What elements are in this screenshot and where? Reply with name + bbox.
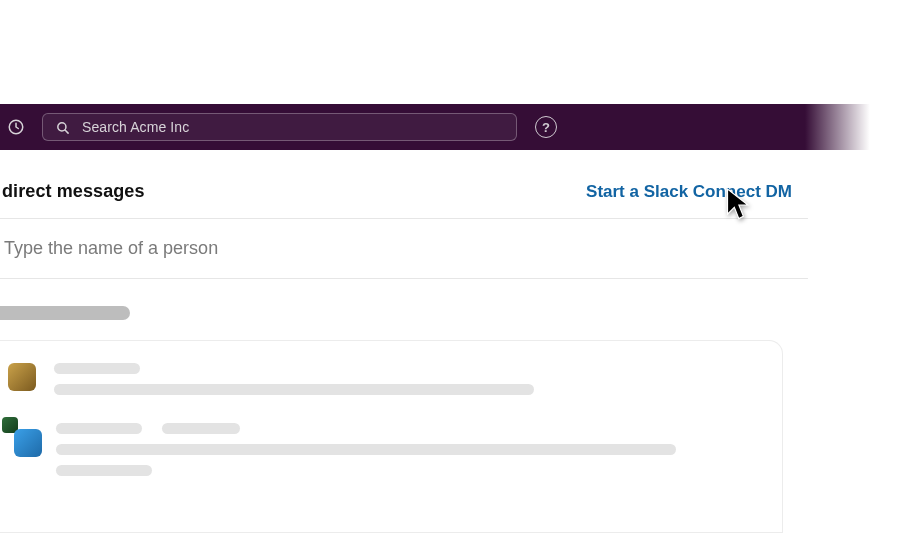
recipient-row — [0, 219, 808, 279]
page-title: direct messages — [2, 181, 145, 202]
conversation-preview — [56, 423, 756, 476]
conversation-avatar — [8, 363, 40, 395]
user-avatar[interactable] — [873, 112, 903, 142]
section-label-skeleton — [0, 306, 130, 320]
right-gradient-overlay — [805, 104, 923, 533]
recipient-input[interactable] — [4, 238, 804, 259]
start-slack-connect-dm-link[interactable]: Start a Slack Connect DM — [586, 182, 792, 202]
recent-conversations-card — [0, 340, 783, 533]
name-skeleton — [54, 363, 140, 374]
search-icon — [55, 120, 70, 135]
message-skeleton — [56, 444, 676, 455]
global-search[interactable]: Search Acme Inc — [42, 113, 517, 141]
conversation-row[interactable] — [8, 423, 756, 476]
conversation-row[interactable] — [8, 363, 756, 395]
page-header: direct messages Start a Slack Connect DM — [0, 165, 808, 219]
app-topbar: Search Acme Inc ? — [0, 104, 923, 150]
help-icon[interactable]: ? — [535, 116, 557, 138]
meta-skeleton — [162, 423, 240, 434]
conversation-avatar-group — [8, 423, 42, 457]
search-placeholder-text: Search Acme Inc — [82, 119, 189, 135]
svg-line-2 — [65, 130, 68, 133]
avatar-icon — [14, 429, 42, 457]
message-skeleton — [56, 465, 152, 476]
help-symbol: ? — [542, 120, 550, 135]
avatar-icon — [8, 363, 36, 391]
name-skeleton — [56, 423, 142, 434]
conversation-preview — [54, 363, 756, 395]
message-skeleton — [54, 384, 534, 395]
history-icon[interactable] — [2, 113, 30, 141]
